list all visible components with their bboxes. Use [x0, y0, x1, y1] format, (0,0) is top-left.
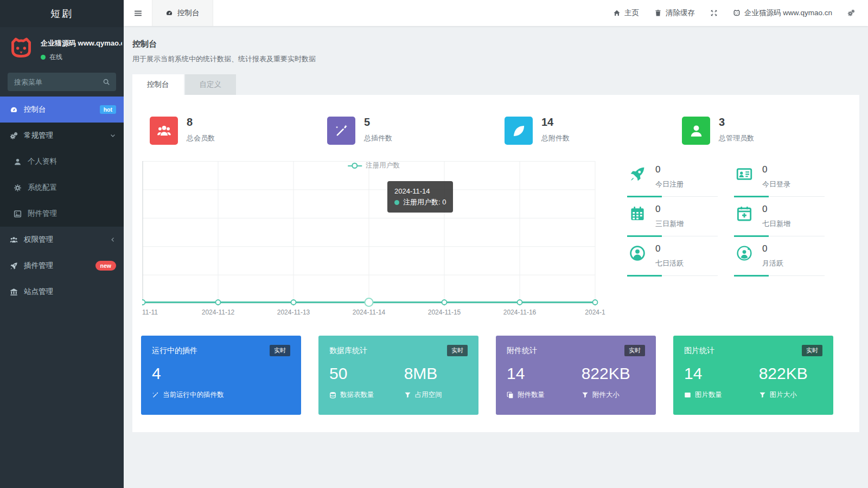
mini-stat-calendar-plus: 0七日新增	[734, 204, 825, 236]
stat-tile	[682, 117, 710, 145]
stat-value: 14	[541, 116, 570, 129]
card-metric-value: 822KB	[582, 364, 645, 383]
card-metric-label: 图片数量	[695, 390, 722, 400]
mini-stat-value: 0	[762, 164, 790, 175]
card-metric-label: 占用空间	[415, 390, 442, 400]
cat-icon	[9, 36, 34, 61]
stat-users: 8总会员数	[141, 115, 318, 145]
card-title: 图片统计	[684, 346, 714, 356]
mini-stat-rocket: 0今日注册	[627, 164, 718, 197]
settings-button[interactable]	[847, 9, 855, 17]
sidebar: 短剧 企业猫源码 www.qymao.cn 在线 控制台hot常规管理个人资料系…	[0, 0, 124, 488]
leaf-icon	[512, 124, 526, 138]
home-link[interactable]: 主页	[613, 8, 639, 18]
divider	[734, 196, 825, 197]
topbar-right: 主页 清除缓存 企业猫源码 www.qymao.cn	[613, 8, 868, 18]
user-status: 在线	[41, 53, 122, 62]
menu-search	[8, 73, 116, 91]
main-area: 控制台 主页 清除缓存 企业猫源码 www.qymao.cn 控制台 用于展示当…	[124, 0, 868, 488]
realtime-badge: 实时	[447, 345, 468, 356]
users-icon	[157, 124, 171, 138]
page-title: 控制台	[132, 39, 859, 49]
card-metric-label: 图片大小	[770, 390, 797, 400]
clear-cache-button[interactable]: 清除缓存	[654, 8, 695, 18]
mini-stat-label: 今日注册	[655, 179, 684, 189]
image-icon	[684, 391, 691, 399]
sidebar-item-cog[interactable]: 系统配置	[0, 175, 124, 201]
sidebar-item-user[interactable]: 个人资料	[0, 149, 124, 175]
content: 控制台 用于展示当前系统中的统计数据、统计报表及重要实时数据 控制台自定义 8总…	[124, 26, 868, 488]
sidebar-item-tachometer[interactable]: 控制台hot	[0, 97, 124, 123]
search-icon	[103, 78, 110, 86]
user-name: 企业猫源码 www.qymao.cn	[41, 38, 122, 48]
mini-stat-label: 七日新增	[762, 219, 790, 229]
realtime-card: 附件统计实时14附件数量822KB附件大小	[496, 336, 656, 415]
home-icon	[613, 9, 621, 17]
legend-line-marker	[348, 165, 362, 166]
mini-stat-value: 0	[762, 243, 783, 254]
x-tick-label: 2024-11-14	[353, 309, 386, 316]
card-title: 数据库统计	[329, 346, 367, 356]
realtime-badge: 实时	[624, 345, 645, 356]
realtime-card: 运行中的插件实时4当前运行中的插件数	[141, 336, 301, 415]
cogs-icon	[847, 9, 855, 17]
card-metric: 8MB占用空间	[404, 364, 468, 400]
fullscreen-button[interactable]	[710, 9, 718, 17]
mini-stat-value: 0	[655, 243, 684, 254]
dashboard-panel: 8总会员数5总插件数14总附件数3总管理员数 11-112024-11-1220…	[132, 95, 859, 432]
tachometer-icon	[10, 106, 18, 114]
card-metric: 822KB附件大小	[582, 364, 645, 400]
sidebar-item-bank[interactable]: 站点管理	[0, 279, 124, 305]
sidebar-item-label: 站点管理	[24, 287, 53, 297]
stat-value: 5	[364, 116, 392, 129]
filter-icon	[404, 391, 411, 399]
stat-label: 总会员数	[187, 133, 215, 143]
chart-area: 11-112024-11-122024-11-132024-11-142024-…	[142, 161, 605, 322]
stat-tile	[505, 117, 533, 145]
mini-stat-label: 三日新增	[655, 219, 684, 229]
calendar-plus-icon	[736, 206, 752, 222]
sidebar-item-cogs[interactable]: 常规管理	[0, 123, 124, 149]
card-metric: 14图片数量	[684, 364, 759, 400]
user-circle-o-icon	[736, 245, 752, 261]
card-title: 附件统计	[507, 346, 537, 356]
card-metric-label: 附件大小	[592, 390, 620, 400]
sidebar-item-label: 附件管理	[28, 209, 57, 219]
topbar-tab-dashboard[interactable]: 控制台	[152, 0, 213, 26]
mini-stat-value: 0	[655, 204, 684, 215]
tab-custom[interactable]: 自定义	[185, 74, 237, 95]
brand-link[interactable]: 企业猫源码 www.qymao.cn	[733, 8, 832, 18]
sidebar-item-users[interactable]: 权限管理	[0, 227, 124, 253]
sidebar-item-file-image[interactable]: 附件管理	[0, 201, 124, 227]
card-metric-value: 14	[684, 364, 759, 383]
stat-value: 8	[187, 116, 215, 129]
cog-icon	[14, 184, 22, 192]
bars-icon	[133, 9, 143, 18]
realtime-card: 数据库统计实时50数据表数量8MB占用空间	[318, 336, 478, 415]
user-icon	[14, 158, 22, 166]
card-metric: 4当前运行中的插件数	[152, 364, 290, 400]
chart-legend[interactable]: 注册用户数	[348, 161, 400, 170]
database-icon	[329, 391, 336, 399]
sidebar-item-rocket[interactable]: 插件管理new	[0, 253, 124, 279]
chevron-down-icon	[110, 132, 116, 139]
avatar	[9, 36, 34, 61]
divider	[627, 275, 718, 276]
card-metric-value: 822KB	[759, 364, 822, 383]
sidebar-menu: 控制台hot常规管理个人资料系统配置附件管理权限管理插件管理new站点管理	[0, 97, 124, 305]
x-tick-label: 2024-11-12	[202, 309, 235, 316]
stat-label: 总管理员数	[719, 133, 754, 143]
card-metric: 50数据表数量	[329, 364, 404, 400]
tab-dashboard[interactable]: 控制台	[132, 74, 184, 95]
mini-stat-calendar: 0三日新增	[627, 204, 718, 236]
user-circle-icon	[629, 245, 646, 261]
rocket-icon	[629, 166, 646, 182]
divider	[734, 275, 825, 276]
user-panel: 企业猫源码 www.qymao.cn 在线	[0, 27, 124, 66]
card-title: 运行中的插件	[152, 346, 197, 356]
stat-value: 3	[719, 116, 754, 129]
magic-icon	[334, 124, 349, 138]
sidebar-toggle-button[interactable]	[124, 0, 152, 26]
search-input[interactable]	[8, 73, 116, 91]
mini-stat-label: 今日登录	[762, 179, 790, 189]
